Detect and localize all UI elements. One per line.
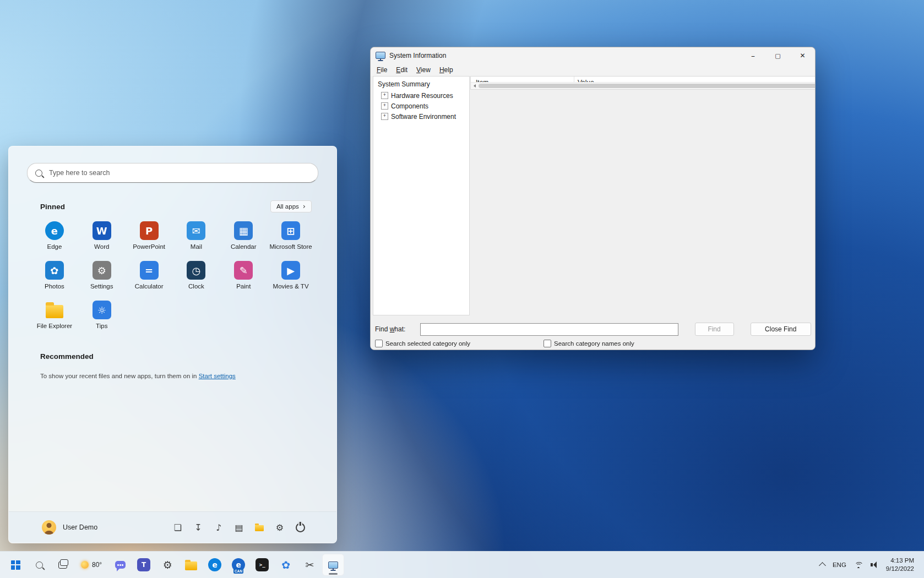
search-box[interactable] <box>27 163 318 183</box>
start-settings-link[interactable]: Start settings <box>199 373 236 379</box>
microsoft-store-icon: ⊞ <box>281 221 300 240</box>
system-information-icon <box>328 561 338 569</box>
recommended-title: Recommended <box>40 352 94 361</box>
pictures-button[interactable]: ▤ <box>231 520 247 535</box>
quick-icons: ❏↧♪▤⚙ <box>170 520 308 535</box>
close-find-button[interactable]: Close Find <box>751 323 811 336</box>
user-profile-button[interactable]: User Demo <box>42 520 97 535</box>
folders-icon <box>255 525 264 532</box>
photos-icon: ✿ <box>45 261 64 280</box>
network-icon[interactable] <box>854 562 863 568</box>
terminal-button[interactable]: >_ <box>251 554 273 576</box>
volume-icon[interactable] <box>871 561 878 568</box>
app-word[interactable]: WWord <box>78 218 126 253</box>
settings-quick-button[interactable]: ⚙ <box>272 520 287 535</box>
task-view-button[interactable] <box>52 554 74 576</box>
search-selected-category-checkbox[interactable] <box>375 340 383 347</box>
search-icon <box>35 170 42 177</box>
app-label: Mail <box>191 243 202 250</box>
tree-item-components[interactable]: +Components <box>377 101 469 111</box>
tree-item-software-environment[interactable]: +Software Environment <box>377 111 469 122</box>
horizontal-scroll-thumb[interactable] <box>479 84 816 88</box>
pictures-icon: ▤ <box>235 522 243 533</box>
find-input[interactable] <box>420 323 678 336</box>
tree-item-hardware-resources[interactable]: +Hardware Resources <box>377 90 469 101</box>
menu-view[interactable]: View <box>412 64 435 75</box>
tree-item-system-summary[interactable]: System Summary <box>377 79 469 90</box>
close-button[interactable]: ✕ <box>790 47 815 64</box>
start-button[interactable] <box>4 554 26 576</box>
search-input[interactable] <box>48 168 310 177</box>
music-icon: ♪ <box>216 522 221 533</box>
menu-file[interactable]: File <box>372 64 392 75</box>
settings-button[interactable]: ⚙ <box>156 554 178 576</box>
file-explorer-button[interactable] <box>180 554 202 576</box>
music-button[interactable]: ♪ <box>211 520 226 535</box>
settings-icon: ⚙ <box>163 560 172 570</box>
chat-icon <box>115 561 126 569</box>
menu-help[interactable]: Help <box>435 64 458 75</box>
maximize-button[interactable]: ▢ <box>765 47 790 64</box>
taskbar: 80°T⚙eeCAN>_✿✂ ENG 4:13 PM 9/12/2022 <box>0 551 924 578</box>
app-file-explorer[interactable]: File Explorer <box>31 297 78 332</box>
app-calendar[interactable]: ▦Calendar <box>220 218 267 253</box>
system-information-icon <box>376 52 385 59</box>
minimize-button[interactable]: – <box>741 47 765 64</box>
language-indicator[interactable]: ENG <box>833 561 846 568</box>
calculator-icon: = <box>140 261 159 280</box>
edge-canary-button[interactable]: eCAN <box>227 554 249 576</box>
app-clock[interactable]: ◷Clock <box>173 258 220 293</box>
app-movies-tv[interactable]: ▶Movies & TV <box>267 258 314 293</box>
calendar-icon: ▦ <box>234 221 253 240</box>
expand-icon[interactable]: + <box>381 113 388 120</box>
app-calculator[interactable]: =Calculator <box>126 258 173 293</box>
system-information-window: System Information – ▢ ✕ FileEditViewHel… <box>370 47 816 350</box>
menu-edit[interactable]: Edit <box>392 64 412 75</box>
task-view-icon <box>58 561 67 569</box>
app-mail[interactable]: ✉Mail <box>173 218 220 253</box>
documents-button[interactable]: ❏ <box>170 520 186 535</box>
pinned-title: Pinned <box>40 203 65 211</box>
snipping-tool-button[interactable]: ✂ <box>298 554 320 576</box>
photos-button[interactable]: ✿ <box>275 554 297 576</box>
recommended-text: To show your recent files and new apps, … <box>40 373 305 379</box>
hidden-icons-chevron[interactable] <box>819 562 826 569</box>
chat-button[interactable] <box>109 554 131 576</box>
app-photos[interactable]: ✿Photos <box>31 258 78 293</box>
app-tips[interactable]: ☼Tips <box>78 297 126 332</box>
edge-button[interactable]: e <box>204 554 226 576</box>
paint-icon: ✎ <box>234 261 253 280</box>
app-edge[interactable]: eEdge <box>31 218 78 253</box>
expand-icon[interactable]: + <box>381 102 388 110</box>
find-button[interactable]: Find <box>695 323 734 336</box>
folders-button[interactable] <box>252 520 267 535</box>
file-explorer-icon <box>185 561 197 570</box>
app-paint[interactable]: ✎Paint <box>220 258 267 293</box>
search-category-names-checkbox[interactable] <box>543 340 551 347</box>
user-bar: User Demo ❏↧♪▤⚙ <box>9 511 336 543</box>
time-label: 4:13 PM <box>886 557 914 565</box>
expand-icon[interactable]: + <box>381 92 388 99</box>
tree-item-label: Hardware Resources <box>391 92 453 100</box>
search-icon <box>36 561 43 569</box>
power-button[interactable] <box>292 520 308 535</box>
edge-icon: e <box>208 558 221 571</box>
app-microsoft-store[interactable]: ⊞Microsoft Store <box>267 218 314 253</box>
search-category-names-label: Search category names only <box>554 340 634 347</box>
widgets-button[interactable]: 80° <box>75 554 107 576</box>
search-button[interactable] <box>28 554 50 576</box>
all-apps-label: All apps <box>276 203 299 210</box>
system-information-button[interactable] <box>322 554 344 576</box>
all-apps-button[interactable]: All apps › <box>270 200 312 212</box>
title-bar[interactable]: System Information – ▢ ✕ <box>371 47 815 64</box>
date-label: 9/12/2022 <box>886 565 914 573</box>
settings-icon: ⚙ <box>93 261 111 280</box>
horizontal-scrollbar[interactable] <box>471 82 816 89</box>
teams-button[interactable]: T <box>133 554 155 576</box>
app-powerpoint[interactable]: PPowerPoint <box>126 218 173 253</box>
clock[interactable]: 4:13 PM 9/12/2022 <box>886 557 914 573</box>
downloads-button[interactable]: ↧ <box>191 520 206 535</box>
canary-badge: CAN <box>233 569 243 574</box>
app-settings[interactable]: ⚙Settings <box>78 258 126 293</box>
system-tray: ENG 4:13 PM 9/12/2022 <box>820 557 920 573</box>
